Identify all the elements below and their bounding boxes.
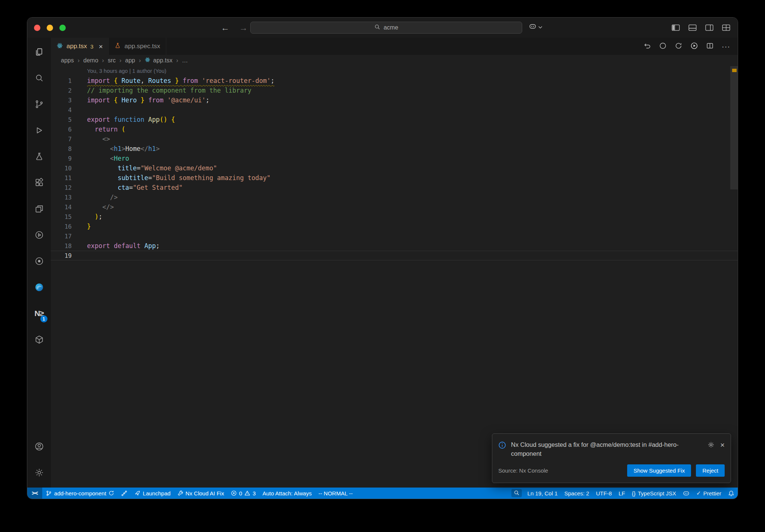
eol-item[interactable]: LF	[615, 488, 629, 499]
code-line[interactable]: 5export function App() {	[51, 115, 738, 124]
line-number[interactable]: 7	[51, 136, 72, 143]
activitybar-settings[interactable]	[30, 462, 48, 483]
sync-changes-icon[interactable]	[675, 42, 682, 51]
code-line[interactable]: 8 <h1>Home</h1>	[51, 144, 738, 154]
command-center-search[interactable]: acme	[250, 22, 522, 34]
breadcrumb-item-demo[interactable]: demo	[83, 57, 98, 64]
activitybar-accounts[interactable]	[30, 436, 48, 457]
code-line[interactable]: 3import { Hero } from '@acme/ui';	[51, 95, 738, 105]
code-line[interactable]: 16}	[51, 222, 738, 231]
code-line[interactable]: 9 <Hero	[51, 154, 738, 163]
cursor-position-item[interactable]: Ln 19, Col 1	[524, 488, 561, 499]
code-line[interactable]: 19	[51, 251, 738, 260]
notification-close-icon[interactable]: ×	[720, 441, 725, 449]
line-number[interactable]: 15	[51, 213, 72, 220]
code-line[interactable]: 18export default App;	[51, 241, 738, 251]
tab-app-spec-tsx[interactable]: app.spec.tsx	[109, 38, 166, 55]
line-number[interactable]: 17	[51, 233, 72, 240]
code-line[interactable]: 11 subtitle="Build something amazing tod…	[51, 173, 738, 183]
activitybar-source-control[interactable]	[30, 94, 48, 115]
line-number[interactable]: 14	[51, 204, 72, 211]
line-number[interactable]: 9	[51, 155, 72, 162]
zoom-window-button[interactable]	[59, 25, 66, 31]
breadcrumb-item-src[interactable]: src	[108, 57, 115, 64]
code-line[interactable]: 2// importing the component from the lib…	[51, 86, 738, 95]
commit-graph-item[interactable]	[118, 488, 131, 499]
code-text[interactable]: <Hero	[87, 155, 129, 162]
activitybar-run-target[interactable]	[30, 225, 48, 245]
code-text[interactable]: return (	[87, 126, 125, 133]
line-number[interactable]: 13	[51, 194, 72, 201]
activitybar-containers[interactable]	[30, 329, 48, 350]
code-line[interactable]: 13 />	[51, 192, 738, 202]
activitybar-extensions[interactable]	[30, 172, 48, 193]
activitybar-search[interactable]	[30, 68, 48, 89]
show-suggested-fix-button[interactable]: Show Suggested Fix	[627, 464, 691, 477]
launchpad-item[interactable]: Launchpad	[131, 488, 174, 499]
customize-layout-icon[interactable]	[721, 23, 731, 33]
formatter-item[interactable]: ✓ Prettier	[693, 488, 725, 499]
line-number[interactable]: 18	[51, 242, 72, 250]
notifications-bell-item[interactable]	[725, 488, 738, 499]
close-window-button[interactable]	[34, 25, 40, 31]
activitybar-gitlens-inspect[interactable]	[30, 251, 48, 272]
activitybar-testing[interactable]	[30, 146, 48, 167]
line-number[interactable]: 5	[51, 116, 72, 123]
line-number[interactable]: 3	[51, 97, 72, 104]
more-actions-icon[interactable]: ···	[722, 42, 730, 51]
problems-item[interactable]: 0 3	[227, 488, 259, 499]
code-line[interactable]: 15 );	[51, 212, 738, 222]
code-text[interactable]: }	[87, 223, 91, 230]
code-line[interactable]: 4	[51, 105, 738, 115]
back-arrow-icon[interactable]: ←	[221, 23, 229, 33]
language-mode-item[interactable]: {} TypeScript JSX	[628, 488, 679, 499]
auto-attach-item[interactable]: Auto Attach: Always	[259, 488, 315, 499]
line-number[interactable]: 2	[51, 87, 72, 94]
code-line[interactable]: 10 title="Welcmoe @acme/demo"	[51, 163, 738, 173]
code-text[interactable]: <h1>Home</h1>	[87, 145, 160, 152]
breadcrumb-item-apps[interactable]: apps	[61, 57, 74, 64]
code-text[interactable]: export default App;	[87, 242, 160, 250]
run-file-icon[interactable]	[690, 42, 698, 51]
forward-arrow-icon[interactable]: →	[239, 23, 248, 33]
code-text[interactable]: // importing the component from the libr…	[87, 87, 251, 94]
line-number[interactable]: 10	[51, 165, 72, 172]
line-number[interactable]: 6	[51, 126, 72, 133]
code-editor[interactable]: You, 3 hours ago | 1 author (You) 1impor…	[51, 66, 738, 488]
line-number[interactable]: 8	[51, 145, 72, 152]
code-text[interactable]: <>	[87, 135, 110, 143]
copilot-status-item[interactable]	[679, 488, 693, 499]
encoding-item[interactable]: UTF-8	[592, 488, 615, 499]
toggle-panel-icon[interactable]	[688, 23, 697, 33]
activitybar-nx-console[interactable]: N≥ 1	[30, 303, 48, 324]
git-branch-item[interactable]: add-hero-component	[42, 488, 118, 499]
toggle-primary-sidebar-icon[interactable]	[671, 23, 681, 33]
code-text[interactable]: title="Welcmoe @acme/demo"	[87, 164, 217, 172]
activitybar-remote-explorer[interactable]	[30, 198, 48, 219]
activitybar-run-debug[interactable]	[30, 120, 48, 141]
breadcrumb-symbol-more[interactable]: …	[182, 57, 188, 64]
breadcrumb-item-app[interactable]: app	[125, 57, 135, 64]
line-number[interactable]: 4	[51, 106, 72, 114]
code-text[interactable]: </>	[87, 203, 114, 211]
indentation-item[interactable]: Spaces: 2	[561, 488, 593, 499]
code-text[interactable]: import { Hero } from '@acme/ui';	[87, 96, 210, 104]
activitybar-explorer[interactable]	[30, 41, 48, 62]
code-line[interactable]: 7 <>	[51, 134, 738, 144]
discard-changes-icon[interactable]	[643, 42, 651, 51]
scrollbar-thumb[interactable]	[730, 66, 738, 189]
split-editor-icon[interactable]	[706, 42, 714, 51]
code-line[interactable]: 12 cta="Get Started"	[51, 183, 738, 192]
remote-indicator[interactable]: ><	[27, 488, 42, 499]
minimize-window-button[interactable]	[47, 25, 53, 31]
toggle-secondary-sidebar-icon[interactable]	[704, 23, 714, 33]
line-number[interactable]: 1	[51, 77, 72, 84]
code-text[interactable]: import { Route, Routes } from 'react-rou…	[87, 77, 275, 84]
statusbar-search-item[interactable]	[511, 489, 522, 497]
notification-settings-gear-icon[interactable]	[707, 441, 715, 450]
code-text[interactable]: />	[87, 194, 118, 201]
breadcrumb-item-file[interactable]: app.tsx	[145, 57, 173, 64]
code-line[interactable]: 14 </>	[51, 202, 738, 212]
code-text[interactable]: );	[87, 213, 102, 220]
tab-app-tsx[interactable]: app.tsx 3 ×	[51, 38, 109, 55]
